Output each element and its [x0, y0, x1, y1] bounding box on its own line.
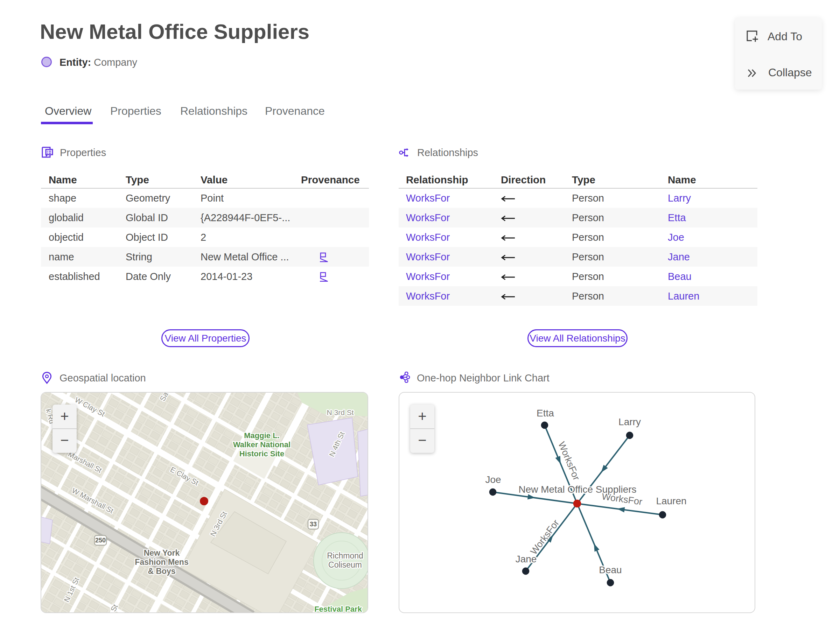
svg-text:Walker National: Walker National [233, 440, 291, 449]
svg-text:Etta: Etta [536, 408, 554, 418]
svg-text:Richmond: Richmond [327, 551, 363, 560]
svg-text:Lauren: Lauren [656, 496, 686, 506]
svg-text:New Metal Office Suppliers: New Metal Office Suppliers [519, 484, 636, 495]
svg-text:& Boys: & Boys [148, 567, 175, 575]
svg-text:33: 33 [310, 521, 317, 528]
svg-text:New York: New York [144, 548, 180, 558]
svg-text:Beau: Beau [599, 564, 622, 575]
svg-text:Coliseum: Coliseum [328, 560, 362, 569]
svg-text:Larry: Larry [619, 416, 641, 427]
svg-text:Maggie L.: Maggie L. [244, 431, 279, 440]
svg-text:N 3rd St: N 3rd St [326, 409, 353, 416]
svg-text:Jane: Jane [515, 554, 537, 564]
svg-text:250: 250 [95, 537, 106, 544]
svg-text:Joe: Joe [485, 474, 501, 485]
svg-text:Festival Park: Festival Park [314, 605, 362, 613]
svg-text:Historic Site: Historic Site [239, 449, 284, 458]
svg-text:WorksFor: WorksFor [528, 518, 561, 556]
svg-text:Fashion Mens: Fashion Mens [135, 558, 188, 567]
